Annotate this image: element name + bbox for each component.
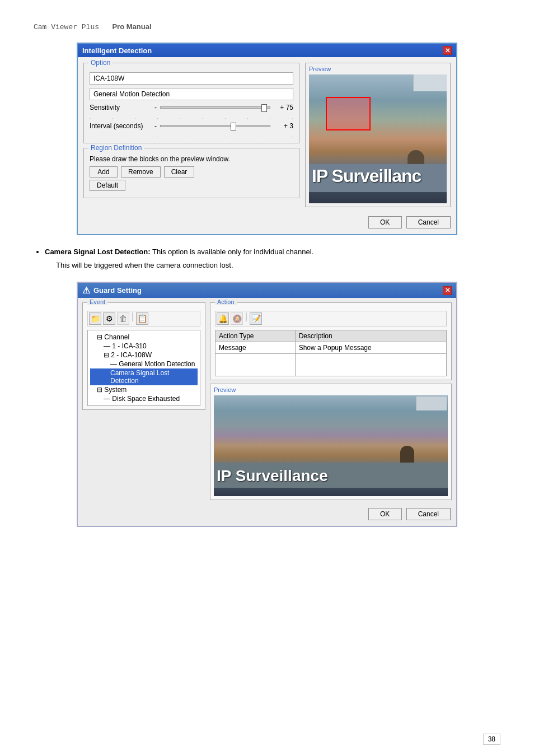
interval-label: Interval (seconds) bbox=[90, 122, 151, 130]
page-number: 38 bbox=[483, 734, 500, 745]
bullet-section: Camera Signal Lost Detection: This optio… bbox=[34, 246, 500, 270]
sensitivity-label: Sensitivity bbox=[90, 104, 151, 111]
event-group: Event 📁 ⚙ 🗑 📋 ⊟ Channel bbox=[82, 302, 205, 410]
dialog2-close-button[interactable]: ✕ bbox=[443, 286, 452, 295]
guard-ceiling-detail bbox=[416, 396, 447, 410]
interval-row: Interval (seconds) - + 3 bbox=[90, 122, 293, 130]
dialog1-titlebar: Intelligent Detection ✕ bbox=[78, 44, 456, 57]
dialog2-body: Event 📁 ⚙ 🗑 📋 ⊟ Channel bbox=[78, 298, 456, 505]
action-group: Action 🔔 🔕 📝 A bbox=[210, 302, 452, 380]
tree-csld[interactable]: Camera Signal Lost Detection bbox=[90, 368, 198, 385]
sensitivity-slider[interactable] bbox=[160, 106, 270, 109]
add-button[interactable]: Add bbox=[90, 166, 118, 178]
action-icon-3[interactable]: 📝 bbox=[250, 312, 262, 325]
event-tree[interactable]: ⊟ Channel — 1 - ICA-310 ⊟ 2 - ICA-108W —… bbox=[87, 330, 200, 406]
dialog1-footer: OK Cancel bbox=[78, 213, 456, 234]
action-table: Action Type Description Message Show a P… bbox=[215, 330, 447, 376]
sensitivity-row: Sensitivity - + 75 bbox=[90, 104, 293, 111]
dialog1-cancel-button[interactable]: Cancel bbox=[406, 216, 451, 228]
dialog1-ok-button[interactable]: OK bbox=[368, 216, 402, 228]
bullet-text: This option is available only for indivi… bbox=[152, 248, 313, 256]
action-separator-1 bbox=[246, 312, 247, 321]
option-group-title: Option bbox=[88, 59, 113, 67]
detection-region-rect bbox=[326, 97, 371, 130]
camera-model-dropdown[interactable]: ICA-108W bbox=[90, 72, 293, 85]
default-btn-row: Default bbox=[90, 180, 293, 191]
dialog2-action-panel: Action 🔔 🔕 📝 A bbox=[210, 302, 452, 500]
tree-ch1[interactable]: — 1 - ICA-310 bbox=[90, 342, 198, 351]
clear-button[interactable]: Clear bbox=[164, 166, 195, 178]
dialog2-preview: Preview IP Surveillance bbox=[210, 384, 452, 500]
sensitivity-value: + 75 bbox=[274, 104, 293, 111]
page-header: Cam Viewer Plus Pro Manual bbox=[34, 22, 500, 31]
dialog2-cancel-button[interactable]: Cancel bbox=[406, 508, 451, 520]
tree-gmd[interactable]: — General Motion Detection bbox=[90, 360, 198, 368]
tree-ch2[interactable]: ⊟ 2 - ICA-108W bbox=[90, 351, 198, 360]
header-title-plain: Cam Viewer Plus bbox=[34, 23, 99, 31]
dialog2-title: Guard Setting bbox=[93, 286, 142, 295]
sensitivity-dash: - bbox=[154, 104, 157, 111]
sign-board: IP Surveillanc bbox=[309, 164, 447, 192]
event-icon-4[interactable]: 📋 bbox=[136, 312, 148, 325]
guard-setting-dialog: ⚠ Guard Setting ✕ Event 📁 ⚙ 🗑 bbox=[77, 282, 457, 527]
tree-channel-label: Channel bbox=[104, 333, 129, 341]
default-button[interactable]: Default bbox=[90, 180, 125, 191]
header-title-bold: Pro Manual bbox=[112, 22, 151, 31]
dialog1-preview-wrapper: Preview IP Surveillanc bbox=[305, 63, 451, 207]
action-empty-cell bbox=[216, 354, 296, 376]
sensitivity-ticks: ..... ..... bbox=[90, 115, 293, 120]
region-group: Region Definition Please draw the blocks… bbox=[83, 148, 299, 198]
dialog1-preview-label: Preview bbox=[309, 66, 447, 72]
guard-ip-text: IP Surveillance bbox=[217, 467, 328, 485]
ip-surveillance-text: IP Surveillanc bbox=[312, 166, 421, 186]
event-icon-2[interactable]: ⚙ bbox=[103, 312, 115, 325]
action-group-title: Action bbox=[215, 298, 237, 305]
option-group: Option ICA-108W General Motion Detection… bbox=[83, 63, 299, 143]
interval-slider[interactable] bbox=[160, 125, 270, 127]
dialog2-event-panel: Event 📁 ⚙ 🗑 📋 ⊟ Channel bbox=[82, 302, 205, 500]
tree-channel[interactable]: ⊟ Channel bbox=[90, 333, 198, 342]
region-def-text: Please draw the blocks on the preview wi… bbox=[90, 155, 293, 163]
dialog1-left-panel: Option ICA-108W General Motion Detection… bbox=[83, 63, 299, 207]
dialog1-title: Intelligent Detection bbox=[82, 46, 152, 55]
event-icon-3[interactable]: 🗑 bbox=[117, 312, 129, 325]
event-group-title: Event bbox=[87, 298, 107, 305]
dialog2-footer: OK Cancel bbox=[78, 505, 456, 526]
interval-dash: - bbox=[154, 122, 157, 130]
event-toolbar: 📁 ⚙ 🗑 📋 bbox=[87, 311, 200, 326]
tree-dse[interactable]: — Disk Space Exhausted bbox=[90, 394, 198, 403]
event-icon-1[interactable]: 📁 bbox=[89, 312, 101, 325]
action-col1-header: Action Type bbox=[216, 330, 296, 342]
action-icon-2[interactable]: 🔕 bbox=[231, 312, 243, 325]
toolbar-separator-1 bbox=[132, 312, 133, 321]
action-empty-cell2 bbox=[295, 354, 446, 376]
region-btn-row: Add Remove Clear bbox=[90, 166, 293, 178]
remove-button[interactable]: Remove bbox=[121, 166, 161, 178]
bullet-bold-text: Camera Signal Lost Detection: bbox=[45, 248, 151, 256]
dialog1-close-button[interactable]: ✕ bbox=[443, 46, 452, 55]
detection-type-dropdown[interactable]: General Motion Detection bbox=[90, 88, 293, 100]
action-col2-header: Description bbox=[295, 330, 446, 342]
interval-value: + 3 bbox=[274, 122, 293, 130]
dialog1-preview-area: IP Surveillanc bbox=[309, 74, 447, 203]
dialog2-preview-label: Preview bbox=[214, 386, 448, 393]
action-empty-row bbox=[216, 354, 447, 376]
tree-system[interactable]: ⊟ System bbox=[90, 385, 198, 394]
ceiling-detail bbox=[413, 74, 447, 91]
bullet-sub-text: This will be triggered when the camera c… bbox=[45, 260, 500, 271]
action-row-1: Message Show a Popup Message bbox=[216, 342, 447, 354]
bullet-item-csld: Camera Signal Lost Detection: This optio… bbox=[45, 246, 500, 270]
action-row1-type: Message bbox=[216, 342, 296, 354]
intelligent-detection-dialog: Intelligent Detection ✕ Option ICA-108W … bbox=[77, 43, 457, 235]
dialog2-titlebar: ⚠ Guard Setting ✕ bbox=[78, 283, 456, 298]
dialog2-preview-img: IP Surveillance bbox=[214, 395, 448, 496]
action-icon-1[interactable]: 🔔 bbox=[217, 312, 229, 325]
dialog1-right-panel: Preview IP Surveillanc bbox=[305, 63, 451, 207]
dialog1-body: Option ICA-108W General Motion Detection… bbox=[78, 57, 456, 213]
dialog2-ok-button[interactable]: OK bbox=[368, 508, 402, 520]
action-row1-desc: Show a Popup Message bbox=[295, 342, 446, 354]
region-group-title: Region Definition bbox=[88, 144, 144, 152]
guard-sign: IP Surveillance bbox=[214, 463, 448, 488]
page-wrapper: Cam Viewer Plus Pro Manual Intelligent D… bbox=[0, 0, 534, 549]
guard-title-icon: ⚠ bbox=[82, 285, 90, 296]
